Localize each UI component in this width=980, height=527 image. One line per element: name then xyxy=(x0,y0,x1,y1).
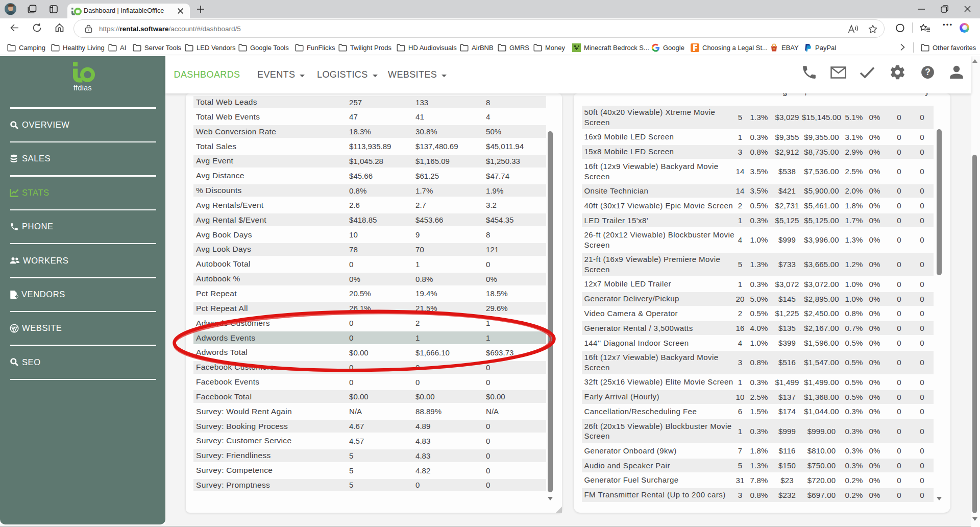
svg-text:?: ? xyxy=(925,67,930,77)
